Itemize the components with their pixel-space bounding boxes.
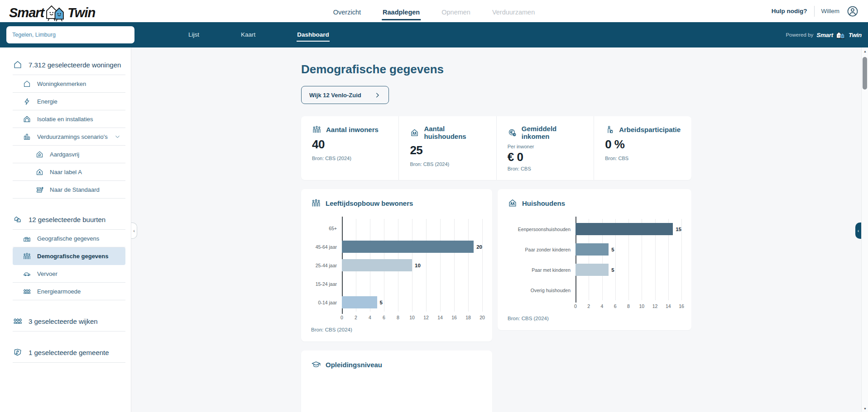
sidebar-item-woningkenmerken[interactable]: Woningkenmerken: [13, 75, 125, 93]
overlapping-areas-icon: [13, 214, 23, 224]
insulated-house-icon: [23, 115, 31, 123]
sidebar-item-verduurzamings-scenarios[interactable]: Verduurzamings scenario's: [13, 128, 125, 146]
x-tick-label: 8: [627, 303, 630, 309]
scroll-down-arrow[interactable]: ▼: [862, 405, 868, 412]
nav-raadplegen[interactable]: Raadplegen: [382, 2, 421, 20]
x-tick-label: 16: [679, 303, 684, 309]
sidebar-item-geografische-gegevens[interactable]: Geografische gegevens: [13, 230, 125, 247]
house-icon: [23, 80, 31, 88]
sidebar-collapse-handle[interactable]: ‹: [131, 223, 137, 239]
category-label: Overig huishouden: [508, 280, 575, 300]
bar-row: [342, 219, 482, 237]
bar-row: 15: [575, 219, 681, 239]
chart-plot-area: 20105: [342, 219, 482, 312]
app-header: Smart Twin Overzicht Raadplegen Opnemen …: [0, 0, 868, 22]
bar: [342, 296, 377, 308]
x-tick-label: 2: [587, 303, 590, 309]
chart-x-axis: 0246810121416: [575, 303, 681, 311]
sidebar-item-demografische-gegevens[interactable]: Demografische gegevens: [13, 247, 125, 265]
sidebar-section-buurten[interactable]: 12 geselecteerde buurten: [13, 209, 125, 230]
tab-lijst[interactable]: Lijst: [188, 28, 200, 42]
user-name[interactable]: Willem: [821, 8, 840, 14]
household-icon: [508, 198, 518, 208]
standard-stack-icon: [35, 185, 44, 194]
stat-value: € 0: [508, 150, 583, 164]
sidebar-item-naar-label-a[interactable]: Naar label A: [13, 163, 125, 181]
stat-title: Gemiddeld inkomen: [522, 125, 583, 140]
chart-plot-area: 1555: [575, 219, 681, 300]
chart-source: Bron: CBS (2024): [311, 327, 482, 332]
section-label: 7.312 geselecteerde woningen: [29, 61, 121, 69]
item-label: Energie: [37, 98, 58, 105]
sidebar-section-wijken[interactable]: 3 geselecteerde wijken: [13, 311, 125, 331]
stat-source: Bron: CBS: [508, 166, 583, 171]
graduation-cap-icon: [311, 360, 321, 369]
chart-x-axis: 02468101214161820: [342, 315, 482, 322]
sidebar-section-gemeente[interactable]: 1 geselecteerde gemeente: [13, 342, 125, 363]
gas-free-house-icon: [35, 150, 44, 159]
bar: [575, 243, 609, 256]
nav-opnemen[interactable]: Opnemen: [441, 2, 471, 20]
tab-dashboard[interactable]: Dashboard: [297, 28, 330, 42]
chart-category-labels: 65+45-64 jaar25-44 jaar15-24 jaar0-14 ja…: [311, 219, 342, 312]
page-title: Demografische gegevens: [301, 62, 691, 76]
chevron-down-icon[interactable]: [114, 133, 121, 140]
area-selector-button[interactable]: Wijk 12 Venlo-Zuid: [301, 86, 389, 104]
powered-by-label: Powered by: [786, 32, 813, 38]
sidebar-section-woningen[interactable]: 7.312 geselecteerde woningen: [13, 55, 125, 75]
sidebar-item-energiearmoede[interactable]: Energiearmoede: [13, 283, 125, 300]
right-panel-handle[interactable]: ‹: [855, 223, 861, 239]
sidebar-item-isolatie-en-installaties[interactable]: Isolatie en installaties: [13, 110, 125, 128]
tab-kaart[interactable]: Kaart: [240, 28, 256, 42]
bar-value-label: 5: [611, 267, 614, 273]
item-label: Naar label A: [50, 169, 82, 175]
help-link[interactable]: Hulp nodig?: [772, 8, 807, 14]
nav-verduurzamen[interactable]: Verduurzamen: [491, 2, 536, 20]
bar: [342, 241, 474, 253]
scrollbar-thumb[interactable]: [863, 57, 867, 90]
category-label: Paar zonder kinderen: [508, 239, 575, 260]
bar-row: 5: [575, 260, 681, 280]
stat-source: Bron: CBS (2024): [312, 156, 388, 161]
category-label: Eenpersoonshuishouden: [508, 219, 575, 239]
bar-value-label: 15: [676, 227, 681, 232]
category-label: 0-14 jaar: [311, 293, 342, 312]
chart-category-labels: EenpersoonshuishoudenPaar zonder kindere…: [508, 219, 575, 300]
powered-brand-smart: Smart: [816, 32, 833, 38]
chart-source: Bron: CBS (2024): [508, 316, 681, 321]
powered-by: Powered by Smart Twin: [786, 31, 862, 39]
item-label: Naar de Standaard: [50, 186, 100, 193]
car-icon: [23, 270, 31, 278]
category-label: 45-64 jaar: [311, 237, 342, 256]
sidebar-item-vervoer[interactable]: Vervoer: [13, 265, 125, 283]
x-tick-label: 12: [652, 303, 658, 309]
sidebar: 7.312 geselecteerde woningen Woningkenme…: [0, 47, 131, 412]
x-tick-label: 4: [369, 315, 371, 320]
header-right: Hulp nodig? Willem: [772, 5, 859, 18]
stat-title: Aantal huishoudens: [424, 125, 485, 140]
sidebar-item-naar-de-standaard[interactable]: Naar de Standaard: [13, 181, 125, 199]
bar-value-label: 20: [476, 244, 482, 250]
bar-value-label: 5: [380, 300, 383, 305]
bar-row: 10: [342, 256, 482, 275]
bar: [575, 264, 609, 276]
search-input[interactable]: [6, 26, 134, 43]
bar-row: 20: [342, 237, 482, 256]
x-tick-label: 16: [451, 315, 457, 320]
chevron-right-icon: [374, 92, 381, 99]
skyline-icon: [23, 234, 31, 243]
app-logo[interactable]: Smart Twin: [9, 3, 95, 19]
scroll-up-arrow[interactable]: ▲: [862, 47, 868, 55]
bar-row: 5: [342, 293, 482, 312]
vertical-scrollbar[interactable]: ▲ ▼: [861, 47, 868, 412]
category-label: 25-44 jaar: [311, 256, 342, 275]
user-circle-icon[interactable]: [846, 5, 859, 18]
stat-gemiddeld-inkomen: Gemiddeld inkomen Per inwoner € 0 Bron: …: [496, 116, 594, 180]
stat-value: 40: [312, 137, 388, 152]
sidebar-item-aardgasvrij[interactable]: Aardgasvrij: [13, 146, 125, 163]
sidebar-item-energie[interactable]: Energie: [13, 93, 125, 110]
stat-source: Bron: CBS (2024): [410, 161, 485, 167]
bar: [575, 223, 673, 235]
municipality-map-icon: [13, 347, 23, 357]
nav-overzicht[interactable]: Overzicht: [332, 2, 362, 20]
